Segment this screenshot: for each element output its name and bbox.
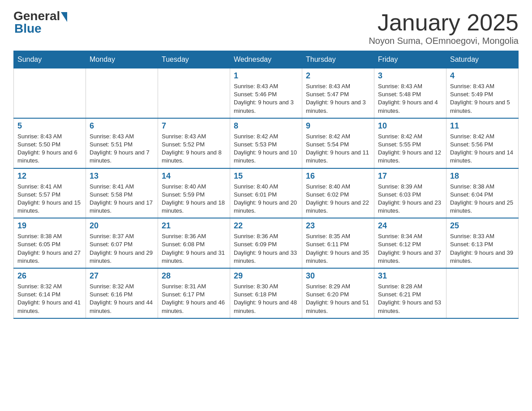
day-info: Sunrise: 8:36 AM Sunset: 6:09 PM Dayligh… (234, 232, 298, 265)
calendar-table: SundayMondayTuesdayWednesdayThursdayFrid… (13, 51, 519, 319)
calendar-week-5: 26Sunrise: 8:32 AM Sunset: 6:14 PM Dayli… (14, 268, 519, 318)
day-number: 20 (90, 221, 154, 231)
calendar-cell: 24Sunrise: 8:34 AM Sunset: 6:12 PM Dayli… (374, 218, 446, 268)
day-number: 26 (17, 271, 82, 281)
day-info: Sunrise: 8:42 AM Sunset: 5:54 PM Dayligh… (306, 133, 370, 165)
calendar-cell: 8Sunrise: 8:42 AM Sunset: 5:53 PM Daylig… (230, 118, 302, 168)
calendar-week-4: 19Sunrise: 8:38 AM Sunset: 6:05 PM Dayli… (14, 218, 519, 268)
day-info: Sunrise: 8:40 AM Sunset: 5:59 PM Dayligh… (162, 183, 226, 215)
day-info: Sunrise: 8:28 AM Sunset: 6:21 PM Dayligh… (378, 283, 442, 315)
calendar-cell: 22Sunrise: 8:36 AM Sunset: 6:09 PM Dayli… (230, 218, 302, 268)
day-number: 2 (306, 71, 370, 81)
day-number: 10 (378, 121, 442, 131)
day-number: 24 (378, 221, 442, 231)
day-number: 25 (450, 221, 515, 231)
day-number: 11 (450, 121, 515, 131)
calendar-week-2: 5Sunrise: 8:43 AM Sunset: 5:50 PM Daylig… (14, 118, 519, 168)
calendar-cell: 21Sunrise: 8:36 AM Sunset: 6:08 PM Dayli… (158, 218, 230, 268)
calendar-cell: 20Sunrise: 8:37 AM Sunset: 6:07 PM Dayli… (86, 218, 158, 268)
calendar-week-3: 12Sunrise: 8:41 AM Sunset: 5:57 PM Dayli… (14, 168, 519, 218)
day-number: 13 (90, 171, 154, 181)
calendar-cell: 9Sunrise: 8:42 AM Sunset: 5:54 PM Daylig… (302, 118, 374, 168)
calendar-cell (158, 68, 230, 118)
calendar-week-1: 1Sunrise: 8:43 AM Sunset: 5:46 PM Daylig… (14, 68, 519, 118)
day-number: 28 (162, 271, 226, 281)
day-info: Sunrise: 8:30 AM Sunset: 6:18 PM Dayligh… (234, 283, 298, 315)
day-info: Sunrise: 8:41 AM Sunset: 5:58 PM Dayligh… (90, 183, 154, 215)
calendar-cell: 6Sunrise: 8:43 AM Sunset: 5:51 PM Daylig… (86, 118, 158, 168)
day-number: 17 (378, 171, 442, 181)
logo: General Blue (13, 9, 67, 36)
day-number: 21 (162, 221, 226, 231)
calendar-cell: 23Sunrise: 8:35 AM Sunset: 6:11 PM Dayli… (302, 218, 374, 268)
day-number: 22 (234, 221, 298, 231)
day-number: 9 (306, 121, 370, 131)
day-info: Sunrise: 8:42 AM Sunset: 5:56 PM Dayligh… (450, 133, 515, 165)
day-number: 4 (450, 71, 515, 81)
day-number: 1 (234, 71, 298, 81)
calendar-cell: 4Sunrise: 8:43 AM Sunset: 5:49 PM Daylig… (446, 68, 519, 118)
day-info: Sunrise: 8:37 AM Sunset: 6:07 PM Dayligh… (90, 232, 154, 265)
calendar-cell: 10Sunrise: 8:42 AM Sunset: 5:55 PM Dayli… (374, 118, 446, 168)
day-number: 31 (378, 271, 442, 281)
day-info: Sunrise: 8:43 AM Sunset: 5:51 PM Dayligh… (90, 133, 154, 165)
day-info: Sunrise: 8:36 AM Sunset: 6:08 PM Dayligh… (162, 232, 226, 265)
calendar-cell: 27Sunrise: 8:32 AM Sunset: 6:16 PM Dayli… (86, 268, 158, 318)
logo-blue-text: Blue (13, 21, 42, 36)
day-number: 30 (306, 271, 370, 281)
calendar-cell: 17Sunrise: 8:39 AM Sunset: 6:03 PM Dayli… (374, 168, 446, 218)
calendar-cell (14, 68, 86, 118)
calendar-header-saturday: Saturday (446, 51, 519, 68)
calendar-header-row: SundayMondayTuesdayWednesdayThursdayFrid… (14, 51, 519, 68)
calendar-cell: 12Sunrise: 8:41 AM Sunset: 5:57 PM Dayli… (14, 168, 86, 218)
day-number: 19 (17, 221, 82, 231)
calendar-cell: 18Sunrise: 8:38 AM Sunset: 6:04 PM Dayli… (446, 168, 519, 218)
calendar-cell: 2Sunrise: 8:43 AM Sunset: 5:47 PM Daylig… (302, 68, 374, 118)
day-info: Sunrise: 8:43 AM Sunset: 5:48 PM Dayligh… (378, 82, 442, 115)
day-number: 27 (90, 271, 154, 281)
day-info: Sunrise: 8:35 AM Sunset: 6:11 PM Dayligh… (306, 232, 370, 265)
day-info: Sunrise: 8:39 AM Sunset: 6:03 PM Dayligh… (378, 183, 442, 215)
calendar-cell: 30Sunrise: 8:29 AM Sunset: 6:20 PM Dayli… (302, 268, 374, 318)
day-number: 12 (17, 171, 82, 181)
calendar-cell: 19Sunrise: 8:38 AM Sunset: 6:05 PM Dayli… (14, 218, 86, 268)
day-info: Sunrise: 8:43 AM Sunset: 5:46 PM Dayligh… (234, 82, 298, 115)
calendar-header-wednesday: Wednesday (230, 51, 302, 68)
day-info: Sunrise: 8:42 AM Sunset: 5:53 PM Dayligh… (234, 133, 298, 165)
day-number: 5 (17, 121, 82, 131)
day-info: Sunrise: 8:38 AM Sunset: 6:04 PM Dayligh… (450, 183, 515, 215)
calendar-cell: 14Sunrise: 8:40 AM Sunset: 5:59 PM Dayli… (158, 168, 230, 218)
calendar-cell: 28Sunrise: 8:31 AM Sunset: 6:17 PM Dayli… (158, 268, 230, 318)
day-number: 6 (90, 121, 154, 131)
calendar-cell (446, 268, 519, 318)
day-number: 15 (234, 171, 298, 181)
day-info: Sunrise: 8:42 AM Sunset: 5:55 PM Dayligh… (378, 133, 442, 165)
day-number: 14 (162, 171, 226, 181)
calendar-cell: 13Sunrise: 8:41 AM Sunset: 5:58 PM Dayli… (86, 168, 158, 218)
day-number: 3 (378, 71, 442, 81)
title-section: January 2025 Noyon Suma, OEmnoegovi, Mon… (369, 9, 519, 46)
calendar-cell: 3Sunrise: 8:43 AM Sunset: 5:48 PM Daylig… (374, 68, 446, 118)
day-info: Sunrise: 8:38 AM Sunset: 6:05 PM Dayligh… (17, 232, 82, 265)
day-info: Sunrise: 8:33 AM Sunset: 6:13 PM Dayligh… (450, 232, 515, 265)
calendar-cell: 11Sunrise: 8:42 AM Sunset: 5:56 PM Dayli… (446, 118, 519, 168)
calendar-cell: 15Sunrise: 8:40 AM Sunset: 6:01 PM Dayli… (230, 168, 302, 218)
day-info: Sunrise: 8:43 AM Sunset: 5:47 PM Dayligh… (306, 82, 370, 115)
day-number: 29 (234, 271, 298, 281)
day-info: Sunrise: 8:31 AM Sunset: 6:17 PM Dayligh… (162, 283, 226, 315)
day-info: Sunrise: 8:34 AM Sunset: 6:12 PM Dayligh… (378, 232, 442, 265)
day-info: Sunrise: 8:29 AM Sunset: 6:20 PM Dayligh… (306, 283, 370, 315)
day-info: Sunrise: 8:32 AM Sunset: 6:16 PM Dayligh… (90, 283, 154, 315)
calendar-header-monday: Monday (86, 51, 158, 68)
day-number: 8 (234, 121, 298, 131)
day-info: Sunrise: 8:32 AM Sunset: 6:14 PM Dayligh… (17, 283, 82, 315)
calendar-cell: 25Sunrise: 8:33 AM Sunset: 6:13 PM Dayli… (446, 218, 519, 268)
calendar-header-tuesday: Tuesday (158, 51, 230, 68)
day-info: Sunrise: 8:41 AM Sunset: 5:57 PM Dayligh… (17, 183, 82, 215)
day-number: 7 (162, 121, 226, 131)
day-info: Sunrise: 8:40 AM Sunset: 6:02 PM Dayligh… (306, 183, 370, 215)
calendar-cell (86, 68, 158, 118)
day-number: 18 (450, 171, 515, 181)
calendar-header-thursday: Thursday (302, 51, 374, 68)
logo-arrow-icon (61, 12, 67, 22)
